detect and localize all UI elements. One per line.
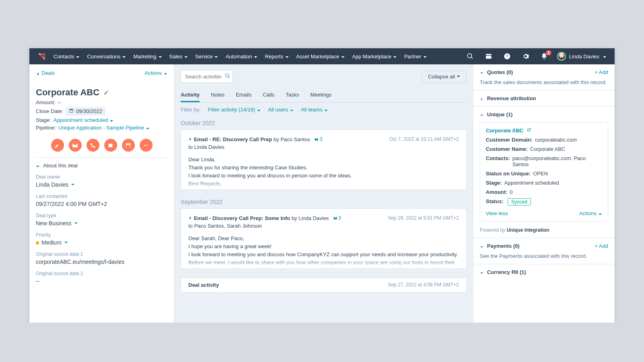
edit-title-icon[interactable]: [103, 87, 109, 98]
settings-icon[interactable]: [520, 53, 531, 60]
amount-value: --: [58, 99, 61, 105]
tab-meetings[interactable]: Meetings: [310, 88, 332, 102]
view-less-link[interactable]: View less: [486, 210, 508, 216]
stage-value[interactable]: Appointment scheduled: [54, 117, 114, 123]
pipeline-label: Pipeline:: [36, 125, 56, 131]
card-title: Deal activity: [188, 282, 219, 288]
deal-actions-menu[interactable]: Actions: [144, 70, 167, 76]
nav-sales[interactable]: Sales: [169, 53, 188, 60]
deal-title: Corporate ABC: [36, 87, 99, 98]
card-timestamp: Oct 7, 2022 at 10:11 AM GMT+2: [389, 136, 459, 142]
tab-calls[interactable]: Calls: [263, 88, 275, 102]
unique-actions-menu[interactable]: Actions: [579, 210, 602, 216]
unique-card-title[interactable]: Corporate ABC: [486, 128, 602, 134]
stage-label: Stage:: [36, 117, 51, 123]
activity-card[interactable]: Email - Discovery Call Prep: Some Info b…: [181, 208, 466, 269]
thread-count[interactable]: 3: [314, 136, 322, 142]
owner-value[interactable]: Linda Davies: [36, 181, 167, 188]
card-timestamp: Sep 28, 2022 at 5:51 PM GMT+2: [388, 215, 459, 221]
osd2-label: Original source data 2: [36, 271, 167, 276]
chevron-down-icon: [36, 164, 40, 168]
revenue-attribution-section[interactable]: Revenue attribution: [480, 95, 536, 101]
svg-point-8: [147, 145, 148, 146]
svg-rect-5: [109, 144, 113, 147]
search-icon: [225, 73, 230, 80]
collapse-all-button[interactable]: Collapse all: [422, 70, 466, 83]
priority-value[interactable]: Medium: [36, 239, 167, 246]
currency-section[interactable]: Currency R8 (1): [480, 269, 526, 275]
payments-section[interactable]: Payments (0): [480, 243, 520, 249]
about-deal-section[interactable]: About this deal: [36, 157, 167, 169]
quotes-section[interactable]: Quotes (0): [480, 69, 513, 75]
status-badge: Synced: [508, 198, 531, 206]
quick-actions: [36, 139, 167, 152]
nav-app-marketplace[interactable]: App Marketplace: [352, 53, 397, 60]
left-pane: Deals Actions Corporate ABC Amount: -- C…: [29, 64, 174, 323]
expand-icon[interactable]: [188, 215, 192, 219]
thread-count[interactable]: 3: [333, 215, 341, 221]
tab-notes[interactable]: Notes: [211, 88, 225, 102]
back-to-deals[interactable]: Deals: [36, 70, 55, 76]
filter-by-label: Filter by:: [181, 107, 201, 113]
search-input[interactable]: [185, 74, 221, 80]
deal-type-label: Deal type: [36, 213, 167, 218]
meeting-action[interactable]: [122, 139, 135, 152]
last-contacted-value: 09/27/2022 4:00 PM GMT+2: [36, 201, 167, 207]
task-action[interactable]: [104, 139, 117, 152]
nav-partner[interactable]: Partner: [404, 53, 427, 60]
unique-section[interactable]: Unique (1): [480, 111, 513, 117]
nav-service[interactable]: Service: [195, 53, 218, 60]
card-timestamp: Sep 27, 2022 at 4:58 PM GMT+2: [388, 282, 459, 288]
activity-tabs: Activity Notes Emails Calls Tasks Meetin…: [181, 88, 466, 103]
osd2-value: --: [36, 278, 167, 284]
add-payment-button[interactable]: + Add: [594, 243, 608, 249]
search-icon[interactable]: [464, 53, 476, 60]
activity-card[interactable]: Deal activity Sep 27, 2022 at 4:58 PM GM…: [181, 278, 466, 292]
call-action[interactable]: [87, 139, 99, 152]
activity-pane: Collapse all Activity Notes Emails Calls…: [174, 64, 473, 323]
month-group: October 2022: [181, 120, 466, 126]
user-menu[interactable]: Linda Davies: [557, 52, 607, 61]
nav-conversations[interactable]: Conversations: [87, 53, 126, 60]
tab-emails[interactable]: Emails: [236, 88, 252, 102]
marketplace-icon[interactable]: [483, 53, 494, 60]
caret-down-icon: [163, 71, 167, 75]
unique-card: Corporate ABC Customer Domain:corporatea…: [480, 122, 608, 222]
external-link-icon[interactable]: [526, 128, 531, 134]
expand-icon[interactable]: [188, 136, 192, 140]
search-activities[interactable]: [181, 70, 233, 83]
priority-dot-icon: [36, 241, 39, 245]
more-actions[interactable]: [140, 139, 153, 152]
notifications-icon[interactable]: 2: [539, 53, 550, 60]
top-nav: Contacts Conversations Marketing Sales S…: [29, 48, 615, 64]
activity-card[interactable]: Email - RE: Discovery Call Prep by Paco …: [181, 130, 466, 190]
help-icon[interactable]: ?: [502, 53, 513, 60]
filter-teams[interactable]: All teams: [301, 107, 328, 113]
add-quote-button[interactable]: + Add: [594, 69, 608, 75]
osd1-value: corporateABC.eu/meetings/l-davies: [36, 259, 167, 265]
last-contacted-label: Last contacted: [36, 193, 167, 199]
nav-marketing[interactable]: Marketing: [133, 53, 162, 60]
nav-asset-marketplace[interactable]: Asset Marketplace: [296, 53, 345, 60]
nav-automation[interactable]: Automation: [225, 53, 258, 60]
note-action[interactable]: [51, 139, 64, 152]
filter-users[interactable]: All users: [268, 107, 294, 113]
pipeline-value[interactable]: Unique Application - Sample Pipeline: [58, 125, 150, 131]
nav-contacts[interactable]: Contacts: [54, 53, 80, 60]
close-date-label: Close Date:: [36, 108, 63, 114]
month-group: September 2022: [181, 199, 466, 205]
filter-activity[interactable]: Filter activity (14/18): [208, 107, 261, 113]
quotes-desc: Track the sales documents associated wit…: [480, 79, 608, 85]
nav-reports[interactable]: Reports: [265, 53, 289, 60]
svg-point-7: [145, 145, 147, 146]
tab-tasks[interactable]: Tasks: [286, 88, 299, 102]
tab-activity[interactable]: Activity: [181, 88, 200, 102]
powered-by: Powered by Unique Integration: [480, 227, 608, 233]
email-action[interactable]: [69, 139, 82, 152]
svg-text:?: ?: [506, 54, 508, 59]
deal-type-value[interactable]: New Business: [36, 220, 167, 226]
hubspot-logo-icon[interactable]: [37, 52, 46, 61]
close-date-field[interactable]: 09/30/2022: [66, 107, 105, 115]
card-title: Email - RE: Discovery Call Prep by Paco …: [194, 136, 310, 142]
owner-label: Deal owner: [36, 174, 167, 180]
